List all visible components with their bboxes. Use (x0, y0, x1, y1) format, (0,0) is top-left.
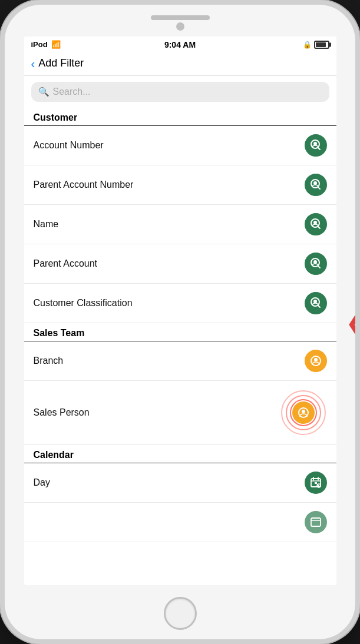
section-header-customer: Customer (24, 108, 336, 126)
svg-rect-26 (311, 518, 321, 526)
section-header-calendar: Calendar (24, 445, 336, 463)
list-item-parent-account[interactable]: Parent Account (24, 244, 336, 284)
svg-line-5 (318, 188, 320, 190)
person-search-svg-5 (310, 297, 322, 309)
nav-title: Add Filter (38, 57, 84, 69)
status-left: iPod 📶 (31, 40, 61, 49)
list-item-sales-person[interactable]: Sales Person (24, 381, 336, 445)
item-label-branch: Branch (34, 356, 64, 366)
list-item-parent-account-number[interactable]: Parent Account Number (24, 165, 336, 205)
item-label-customer-classification: Customer Classification (34, 298, 133, 308)
battery-icon (314, 41, 329, 49)
nav-bar: ‹ Add Filter (24, 52, 336, 76)
item-label-account-number: Account Number (34, 140, 104, 151)
status-bar: iPod 📶 9:04 AM 🔒 (24, 36, 336, 52)
wifi-icon: 📶 (51, 40, 61, 49)
search-bar-wrap: 🔍 Search... (24, 76, 336, 108)
sales-person-icon (292, 401, 315, 424)
item-label-sales-person: Sales Person (34, 407, 90, 418)
carrier-label: iPod (31, 40, 48, 49)
search-input[interactable]: Search... (53, 87, 91, 97)
svg-point-18 (302, 410, 305, 413)
right-arrow-decoration: ❮ (345, 307, 360, 337)
item-label-parent-account: Parent Account (34, 258, 98, 269)
list-item-account-number[interactable]: Account Number (24, 126, 336, 165)
svg-line-14 (318, 306, 320, 308)
item-label-name: Name (34, 219, 59, 230)
person-search-svg (310, 140, 322, 151)
camera (176, 22, 184, 31)
status-right: 🔒 (303, 41, 329, 49)
branch-icon-svg (310, 355, 322, 367)
svg-rect-23 (315, 482, 317, 484)
svg-point-7 (313, 221, 317, 224)
person-search-svg-4 (310, 258, 322, 270)
partial-icon-svg (309, 516, 322, 529)
svg-line-11 (318, 267, 320, 268)
parent-account-icon (305, 253, 327, 275)
item-label-day: Day (34, 477, 50, 488)
partial-item-icon (305, 511, 327, 533)
day-icon (305, 472, 327, 494)
home-button[interactable] (164, 597, 197, 630)
branch-icon (305, 350, 327, 372)
status-time: 9:04 AM (164, 40, 196, 49)
sales-person-icon-wrapper (280, 389, 327, 436)
list-item-partial[interactable] (24, 503, 336, 542)
parent-account-number-icon (305, 174, 327, 196)
lock-icon: 🔒 (303, 41, 312, 49)
list-item-day[interactable]: Day (24, 463, 336, 503)
back-button[interactable]: ‹ Add Filter (31, 57, 84, 69)
screen: iPod 📶 9:04 AM 🔒 ‹ Add Filter 🔍 Search.. (24, 36, 336, 585)
svg-line-24 (318, 485, 319, 487)
list-item-branch[interactable]: Branch (24, 341, 336, 381)
svg-line-2 (318, 148, 320, 150)
svg-point-4 (313, 181, 317, 185)
account-number-icon (305, 134, 327, 157)
filter-list: Customer Account Number Parent Account N… (24, 108, 336, 585)
speaker (151, 15, 210, 20)
person-search-svg-2 (310, 179, 322, 191)
svg-point-13 (313, 300, 317, 303)
list-item-customer-classification[interactable]: Customer Classification (24, 284, 336, 323)
back-chevron-icon: ‹ (31, 58, 35, 69)
person-search-svg-3 (310, 218, 322, 230)
sales-person-icon-svg (298, 407, 309, 419)
search-bar[interactable]: 🔍 Search... (31, 82, 329, 102)
search-icon: 🔍 (38, 87, 49, 97)
phone-shell: iPod 📶 9:04 AM 🔒 ‹ Add Filter 🔍 Search.. (0, 0, 360, 644)
customer-classification-icon (305, 292, 327, 314)
list-item-name[interactable]: Name (24, 205, 336, 244)
section-header-sales-team: Sales Team (24, 323, 336, 341)
item-label-parent-account-number: Parent Account Number (34, 180, 134, 190)
svg-line-8 (318, 227, 320, 229)
calendar-icon-svg (309, 476, 322, 489)
battery-fill (316, 42, 326, 47)
svg-point-1 (313, 142, 317, 145)
name-icon (305, 213, 327, 235)
svg-point-10 (313, 260, 317, 264)
svg-point-16 (314, 358, 318, 361)
